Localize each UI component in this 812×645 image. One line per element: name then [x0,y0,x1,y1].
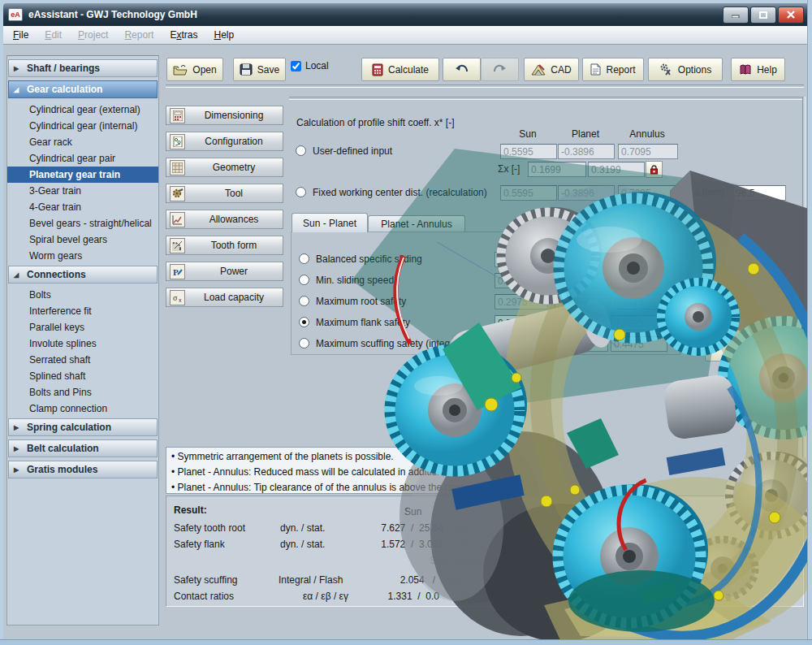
min-sliding-sun-field[interactable] [495,273,548,288]
maximize-button[interactable] [750,6,776,24]
user-defined-sun-field[interactable] [500,144,557,159]
allowances-button[interactable]: Allowances [166,210,283,229]
sidebar-item-3-gear-train[interactable]: 3-Gear train [7,183,158,199]
max-flank-safety-sun-field[interactable] [495,315,548,331]
sidebar-section-connections[interactable]: ◢Connections [8,266,158,284]
max-flank-safety-radio[interactable] [299,317,309,327]
calculate-button[interactable]: Calculate [361,58,439,81]
balanced-sliding-annulus-field[interactable] [611,252,667,267]
sidebar-item-cylindrical-gear-pair[interactable]: Cylindrical gear pair [7,150,158,167]
options-label: Options [678,64,711,76]
max-flank-safety-planet-field[interactable] [555,315,608,331]
result-row-mid: dyn. / stat. [280,539,325,550]
user-defined-radio[interactable] [296,145,306,156]
sidebar-item-planetary-gear-train[interactable]: Planetary gear train [7,167,158,183]
tooth-form-button[interactable]: Tooth form [166,236,283,255]
max-scuffing-sun-field[interactable] [495,336,548,352]
local-checkbox[interactable] [291,61,301,71]
min-sliding-planet-field[interactable] [555,273,608,288]
sidebar-item-serrated-shaft[interactable]: Serrated shaft [7,352,158,368]
window-frame-right [807,0,812,645]
help-label: Help [757,64,777,76]
balanced-sliding-radio[interactable] [299,253,309,264]
cad-button[interactable]: CAD [524,58,579,81]
sidebar-item-worm-gears[interactable]: Worm gears [7,248,158,264]
undo-button[interactable] [443,58,481,81]
chevron-down-icon: ◢ [14,86,21,93]
max-flank-safety-annulus-field[interactable] [611,315,667,331]
sidebar-item-interference-fit[interactable]: Interference fit [7,303,158,319]
fixed-center-sun-field[interactable] [500,185,557,201]
fixed-center-annulus-field[interactable] [618,185,678,201]
tab-planet-annulus[interactable]: Planet - Annulus [368,215,465,232]
min-sliding-annulus-field[interactable] [611,273,667,288]
min-sliding-label: Min. sliding speed [316,275,394,286]
menu-file[interactable]: File [13,29,28,41]
minimize-button[interactable] [723,6,749,24]
power-icon: P [170,264,185,279]
result-row-label: Safety scuffing [174,574,238,586]
max-root-safety-sun-field[interactable] [495,294,548,310]
sidebar-item-cylindrical-gear-internal[interactable]: Cylindrical gear (internal) [7,118,158,134]
report-button[interactable]: Report [582,58,644,81]
sum-x-field-2[interactable] [588,162,645,177]
geometry-button[interactable]: Geometry [166,158,283,177]
sidebar-item-4-gear-train[interactable]: 4-Gear train [7,199,158,215]
max-scuffing-radio[interactable] [299,338,309,348]
min-sliding-radio[interactable] [299,275,309,285]
close-button[interactable] [778,6,804,24]
balanced-sliding-sun-field[interactable] [495,252,548,267]
balanced-sliding-planet-field[interactable] [555,252,608,267]
sidebar-section-gratis-modules[interactable]: ▶Gratis modules [8,461,158,478]
chevron-right-icon: ▶ [14,424,21,431]
sidebar-item-bolts[interactable]: Bolts [7,287,158,303]
power-button[interactable]: PPower [166,262,283,281]
menu-project: Project [78,29,108,41]
sidebar-item-spiral-bevel-gears[interactable]: Spiral bevel gears [7,232,158,248]
lock-button[interactable] [646,161,663,178]
tab-col-header-planet: Planet [555,236,605,248]
sidebar-section-belt-calculation[interactable]: ▶Belt calculation [8,439,158,457]
max-root-safety-planet-field[interactable] [555,294,608,310]
open-button[interactable]: Open [166,58,223,81]
options-button[interactable]: Options [648,58,723,81]
load-capacity-button[interactable]: σxLoad capacity [166,288,283,307]
sidebar-item-clamp-connection[interactable]: Clamp connection [7,400,158,417]
sidebar-section-spring-calculation[interactable]: ▶Spring calculation [8,418,158,436]
user-defined-planet-field[interactable] [558,144,615,159]
sidebar-item-parallel-keys[interactable]: Parallel keys [7,319,158,335]
menu-extras[interactable]: Extras [170,29,197,41]
sidebar-item-involute-splines[interactable]: Involute splines [7,335,158,352]
save-button[interactable]: Save [233,58,286,81]
sidebar-item-bevel-gears[interactable]: Bevel gears - straight/helical [7,215,158,232]
tooth-form-icon [170,238,185,253]
sidebar-item-cylindrical-gear-external[interactable]: Cylindrical gear (external) [7,102,158,118]
ok-button[interactable]: OK [705,341,785,361]
a-mm-field[interactable] [732,185,786,201]
sidebar-section-shaft-bearings[interactable]: ▶Shaft / bearings [8,59,158,77]
options-gears-icon [659,63,673,76]
tool-button[interactable]: Tool [166,184,283,203]
sidebar-item-bolts-and-pins[interactable]: Bolts and Pins [7,384,158,400]
max-root-safety-annulus-field[interactable] [611,294,667,310]
sidebar-item-splined-shaft[interactable]: Splined shaft [7,368,158,384]
app-icon: eA [8,8,23,21]
menu-help[interactable]: Help [214,29,234,41]
fixed-center-planet-field[interactable] [558,185,615,201]
sidebar-section-gear-calculation[interactable]: ◢Gear calculation [8,80,158,98]
col-header-annulus: Annulus [618,128,676,140]
result-row-label: Safety flank [174,539,225,550]
max-scuffing-annulus-field[interactable] [611,336,667,352]
tab-sun-planet[interactable]: Sun - Planet [292,213,368,232]
dimensioning-button[interactable]: Dimensioning [166,106,283,125]
save-disk-icon [240,63,253,76]
fixed-center-radio[interactable] [296,187,306,197]
user-defined-annulus-field[interactable] [618,144,678,159]
sum-x-field-1[interactable] [528,162,586,177]
configuration-button[interactable]: Configuration [166,132,283,151]
max-root-safety-radio[interactable] [299,296,309,306]
sidebar-item-gear-rack[interactable]: Gear rack [7,134,158,150]
max-scuffing-planet-field[interactable] [555,336,608,352]
help-button[interactable]: Help [731,58,785,81]
result-row-mid: Integral / Flash [279,574,343,586]
